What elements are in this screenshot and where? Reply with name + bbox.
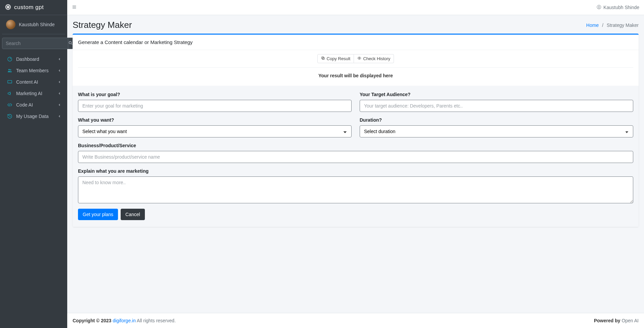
breadcrumb-separator: / [602,23,603,28]
sidebar-item-usage-data[interactable]: My Usage Data [3,111,65,122]
copy-icon [321,56,325,61]
sidebar-item-label: Content AI [16,79,58,85]
chevron-left-icon [58,68,61,73]
check-history-button[interactable]: Check History [354,54,394,63]
sidebar-item-team-members[interactable]: Team Members [3,65,65,76]
chevron-left-icon [58,91,61,96]
sidebar: custom gpt Kaustubh Shinde Dashboard [0,0,67,328]
cancel-button[interactable]: Cancel [121,209,145,220]
goal-label: What is your goal? [78,92,352,97]
business-label: Business/Product/Service [78,143,633,148]
menu-toggle[interactable] [72,5,77,10]
want-select[interactable]: Select what you want [78,125,352,137]
sidebar-item-label: Code AI [16,102,58,108]
card-title: Generate a Content calendar or Marketing… [73,35,639,50]
main: Kaustubh Shinde Strategy Maker Home / St… [67,0,644,328]
explain-label: Explain what you are marketing [78,168,633,174]
chevron-left-icon [58,79,61,85]
card-strategy-maker: Generate a Content calendar or Marketing… [73,34,639,227]
users-icon [6,68,13,73]
sidebar-item-code-ai[interactable]: Code AI [3,99,65,110]
footer-powered-by: Open AI [621,318,639,323]
content-header: Strategy Maker Home / Strategy Maker [67,15,644,34]
explain-textarea[interactable] [78,176,633,203]
svg-rect-14 [322,57,324,59]
svg-line-8 [9,103,10,106]
svg-point-16 [359,58,360,59]
sidebar-item-label: Team Members [16,68,58,73]
svg-point-5 [10,69,11,70]
chevron-left-icon [58,56,61,62]
page-title: Strategy Maker [73,20,132,30]
sidebar-user-name: Kaustubh Shinde [19,22,55,27]
svg-point-4 [8,69,10,70]
audience-label: Your Target Audience? [360,92,633,97]
result-placeholder: Your result will be displayed here [78,68,633,82]
copy-result-label: Copy Result [327,56,351,61]
history-icon [6,114,13,119]
svg-rect-6 [8,80,12,83]
nav: Dashboard Team Members Content AI Market… [0,52,67,124]
brand-logo-icon [5,4,11,11]
bullhorn-icon [6,91,13,96]
svg-rect-15 [322,57,324,59]
monitor-icon [6,79,13,85]
form: What is your goal? Your Target Audience?… [73,86,639,227]
duration-select[interactable]: Select duration [360,125,633,137]
user-circle-icon [597,5,601,10]
gauge-icon [6,56,13,62]
breadcrumb-home[interactable]: Home [586,23,599,28]
audience-input[interactable] [360,100,633,112]
eye-icon [357,56,361,61]
sidebar-item-label: My Usage Data [16,114,58,119]
breadcrumb-current: Strategy Maker [607,23,639,28]
code-icon [6,102,13,108]
footer: Copyright © 2023 digiforge.in All rights… [67,313,644,328]
svg-point-12 [597,5,601,9]
footer-copyright-prefix: Copyright © 2023 [73,318,113,323]
sidebar-user[interactable]: Kaustubh Shinde [2,15,65,34]
sidebar-item-content-ai[interactable]: Content AI [3,77,65,87]
want-label: What you want? [78,117,352,123]
topbar-user[interactable]: Kaustubh Shinde [597,5,639,10]
topbar-user-name: Kaustubh Shinde [603,5,639,10]
copy-result-button[interactable]: Copy Result [317,54,354,63]
hamburger-icon [72,5,77,10]
avatar [6,20,15,29]
footer-powered-label: Powered by [594,318,621,323]
search-input[interactable] [2,38,68,49]
duration-label: Duration? [360,117,633,123]
sidebar-item-label: Dashboard [16,56,58,62]
footer-link[interactable]: digiforge.in [113,318,136,323]
submit-button[interactable]: Get your plans [78,209,118,220]
chevron-left-icon [58,114,61,119]
check-history-label: Check History [363,56,390,61]
chevron-left-icon [58,102,61,108]
breadcrumb: Home / Strategy Maker [586,23,639,28]
brand[interactable]: custom gpt [0,0,67,15]
brand-name: custom gpt [14,4,44,11]
sidebar-item-dashboard[interactable]: Dashboard [3,54,65,65]
sidebar-item-label: Marketing AI [16,91,58,96]
svg-point-13 [599,6,600,7]
topbar: Kaustubh Shinde [67,0,644,15]
business-input[interactable] [78,151,633,163]
footer-copyright-suffix: All rights reserved. [136,318,176,323]
goal-input[interactable] [78,100,352,112]
sidebar-item-marketing-ai[interactable]: Marketing AI [3,88,65,99]
